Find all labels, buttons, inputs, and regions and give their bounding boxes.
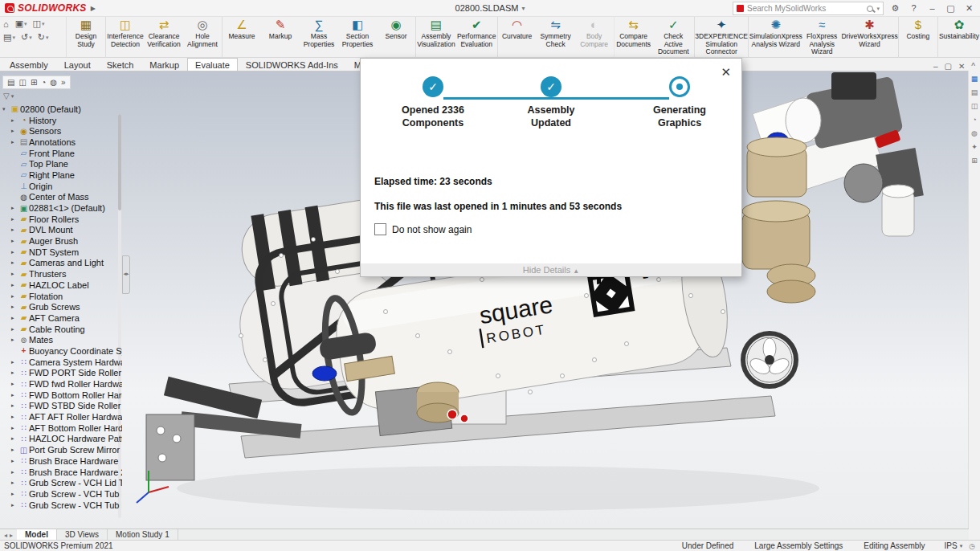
ribbon-button[interactable]: ✺ SimulationXpress Analysis Wizard bbox=[749, 16, 802, 57]
ribbon-button[interactable]: ✦ 3DEXPERIENCE Simulation Connector bbox=[695, 16, 749, 57]
tree-item[interactable]: Center of Mass bbox=[0, 192, 122, 203]
tree-item[interactable]: Front Plane bbox=[0, 148, 122, 159]
expand-arrow-icon[interactable]: ▸ bbox=[11, 491, 18, 497]
command-tab[interactable]: SOLIDWORKS Add-Ins bbox=[238, 58, 346, 71]
expand-arrow-icon[interactable]: ▸ bbox=[11, 293, 18, 300]
tree-item[interactable]: ▸ Sensors bbox=[0, 125, 122, 137]
tree-item[interactable]: ▸ Thrusters bbox=[0, 268, 122, 280]
tree-item[interactable]: ▸ 02881<1> (Default) bbox=[0, 202, 122, 214]
close-icon[interactable]: ✕ bbox=[960, 0, 978, 16]
task-pane-icon[interactable]: ✦ bbox=[971, 143, 978, 151]
expand-arrow-icon[interactable]: ▸ bbox=[11, 392, 18, 398]
quick-access-button[interactable]: ▤▾ bbox=[3, 32, 15, 43]
tree-item[interactable]: ▸ Cable Routing bbox=[0, 324, 122, 335]
command-tab[interactable]: Sketch bbox=[99, 58, 142, 71]
expand-arrow-icon[interactable]: ▸ bbox=[11, 282, 18, 288]
document-title-caret-icon[interactable]: ▾ bbox=[521, 5, 525, 12]
filter-funnel-icon[interactable]: ▽ bbox=[3, 92, 10, 100]
tree-item[interactable]: ▸ Grub Screw - VCH Lid Top bbox=[0, 477, 122, 488]
expand-arrow-icon[interactable]: ▸ bbox=[11, 480, 18, 486]
task-pane-icon[interactable]: ◫ bbox=[971, 102, 978, 110]
expand-arrow-icon[interactable]: ▸ bbox=[11, 402, 18, 409]
tree-item[interactable]: Buoyancy Coordinate System +X bbox=[0, 345, 122, 357]
tree-filter[interactable]: ▽ ▾ bbox=[3, 92, 122, 100]
command-tab[interactable]: Markup bbox=[141, 58, 187, 71]
tree-item[interactable]: ▸ Flotation bbox=[0, 291, 122, 302]
tree-item[interactable]: ▸ FWD PORT Side Roller Hardware bbox=[0, 368, 122, 379]
ribbon-button[interactable]: ∑ Mass Properties bbox=[300, 16, 338, 57]
ribbon-button[interactable]: ◫ Interference Detection bbox=[106, 16, 145, 57]
tree-item[interactable]: ▸ Camera System Hardware Pattern bbox=[0, 357, 122, 368]
expand-arrow-icon[interactable]: ▸ bbox=[11, 315, 18, 321]
tree-item[interactable]: ▸ Grub Screws bbox=[0, 301, 122, 312]
expand-arrow-icon[interactable]: ▸ bbox=[11, 128, 18, 134]
expand-arrow-icon[interactable]: ▸ bbox=[11, 435, 18, 442]
tree-item[interactable]: ▸ Mates bbox=[0, 334, 122, 345]
expand-arrow-icon[interactable]: ▸ bbox=[11, 359, 18, 365]
document-window-button[interactable]: ▢ bbox=[944, 62, 951, 71]
ribbon-button[interactable]: ✿ Sustainability bbox=[938, 16, 980, 57]
quick-access-button[interactable]: ⌂ bbox=[3, 18, 10, 29]
options-icon[interactable]: ⚙ bbox=[886, 0, 904, 16]
expand-arrow-icon[interactable]: ▸ bbox=[11, 227, 18, 233]
do-not-show-checkbox[interactable] bbox=[374, 223, 386, 235]
filter-caret-icon[interactable]: ▾ bbox=[11, 93, 14, 100]
doc-view-tab[interactable]: 3D Views bbox=[57, 529, 108, 541]
expand-arrow-icon[interactable]: ▸ bbox=[11, 381, 18, 387]
file-menu-caret-icon[interactable]: ▶ bbox=[91, 5, 96, 12]
tree-item[interactable]: ▸ NDT System bbox=[0, 247, 122, 258]
task-pane-icon[interactable]: ⊞ bbox=[971, 157, 978, 165]
expand-arrow-icon[interactable]: ▸ bbox=[11, 249, 18, 255]
expand-arrow-icon[interactable]: ▸ bbox=[11, 139, 18, 145]
minimize-icon[interactable]: – bbox=[923, 0, 941, 16]
tree-item[interactable]: ▸ FWD STBD Side Roller Hardware bbox=[0, 401, 122, 412]
expand-arrow-icon[interactable]: ▸ bbox=[11, 337, 18, 343]
doc-tab-scroll-icon[interactable]: ▸ bbox=[10, 532, 13, 539]
search-icon[interactable] bbox=[867, 6, 873, 12]
expand-arrow-icon[interactable]: ▸ bbox=[11, 216, 18, 222]
tree-item[interactable]: ▸ FWD Bottom Roller Hardware bbox=[0, 390, 122, 401]
tree-item[interactable]: ▸ Auger Brush bbox=[0, 235, 122, 247]
expand-arrow-icon[interactable]: ▸ bbox=[11, 304, 18, 310]
search-caret-icon[interactable]: ▾ bbox=[876, 6, 880, 12]
doc-view-tab[interactable]: Motion Study 1 bbox=[108, 529, 178, 541]
tree-item[interactable]: ▸ History bbox=[0, 115, 122, 126]
expand-arrow-icon[interactable]: ▸ bbox=[11, 447, 18, 453]
expand-arrow-icon[interactable]: ▸ bbox=[11, 458, 18, 464]
tree-item[interactable]: ▸ Brush Brace Hardware bbox=[0, 455, 122, 467]
maximize-icon[interactable]: ▢ bbox=[941, 0, 960, 16]
ribbon-button[interactable]: ◧ Section Properties bbox=[338, 16, 377, 57]
task-pane-icon[interactable]: ◔ bbox=[972, 116, 976, 124]
ribbon-button[interactable]: ✱ DriveWorksXpress Wizard bbox=[841, 16, 899, 57]
status-tag-icon[interactable]: ◷ bbox=[969, 542, 975, 550]
tree-item[interactable]: Origin bbox=[0, 181, 122, 192]
document-window-button[interactable]: – bbox=[933, 62, 938, 71]
expand-arrow-icon[interactable]: ▸ bbox=[11, 469, 18, 475]
quick-access-button[interactable]: ▣▾ bbox=[15, 18, 27, 29]
tree-item[interactable]: ▸ DVL Mount bbox=[0, 225, 122, 236]
ribbon-button[interactable]: ◠ Curvature bbox=[498, 16, 537, 57]
expand-arrow-icon[interactable]: ▸ bbox=[11, 369, 18, 376]
tree-item[interactable]: ▸ Port Grub Screw Mirror bbox=[0, 444, 122, 455]
units-selector[interactable]: IPS ▾ bbox=[945, 541, 963, 550]
expand-arrow-icon[interactable]: ▸ bbox=[11, 414, 18, 420]
tree-toolbar-icon[interactable]: ◔ bbox=[41, 78, 46, 87]
tree-item[interactable]: ▸ AFT Bottom Roller Hardware HD bbox=[0, 422, 122, 434]
expand-arrow-icon[interactable]: ▸ bbox=[11, 502, 18, 508]
ribbon-button[interactable]: ∠ Measure bbox=[223, 16, 261, 57]
command-tab[interactable]: Layout bbox=[56, 58, 99, 71]
tree-item[interactable]: Top Plane bbox=[0, 158, 122, 169]
tree-item[interactable]: ▾ 02800 (Default) bbox=[0, 104, 122, 115]
ribbon-button[interactable]: ✎ Markup bbox=[261, 16, 300, 57]
tree-item[interactable]: ▸ AFT AFT Roller Hardware bbox=[0, 411, 122, 422]
expand-arrow-icon[interactable]: ▸ bbox=[11, 326, 18, 333]
ribbon-button[interactable]: ⇄ Clearance Verification bbox=[145, 16, 183, 57]
tree-toolbar-icon[interactable]: » bbox=[61, 78, 66, 87]
tree-item[interactable]: ▸ AFT Camera bbox=[0, 312, 122, 324]
ribbon-button[interactable]: ◎ Hole Alignment bbox=[183, 16, 223, 57]
tree-toolbar-icon[interactable]: ◍ bbox=[50, 78, 57, 87]
doc-tab-scroll-icon[interactable]: ◂ bbox=[4, 532, 7, 539]
ribbon-button[interactable]: ✓ Check Active Document bbox=[653, 16, 695, 57]
task-pane-icon[interactable]: ▦ bbox=[971, 75, 978, 83]
ribbon-button[interactable]: $ Costing bbox=[899, 16, 938, 57]
